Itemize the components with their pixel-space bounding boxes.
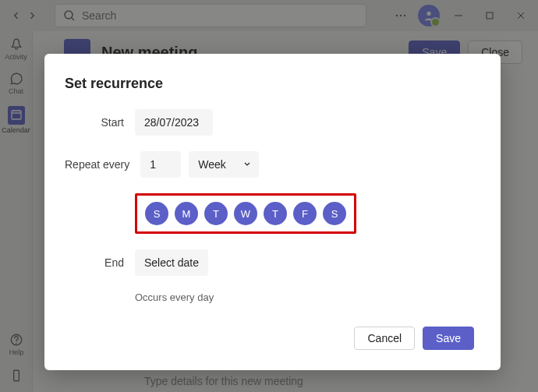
modal-footer: Cancel Save bbox=[65, 327, 474, 350]
start-date-field[interactable]: 28/07/2023 bbox=[135, 109, 213, 136]
cancel-button[interactable]: Cancel bbox=[354, 327, 415, 350]
save-button[interactable]: Save bbox=[423, 327, 474, 350]
end-row: End Select date bbox=[65, 249, 474, 276]
recurrence-modal: Set recurrence Start 28/07/2023 Repeat e… bbox=[44, 54, 501, 370]
day-tuesday[interactable]: T bbox=[204, 202, 228, 225]
repeat-unit-dropdown[interactable]: Week bbox=[189, 151, 259, 178]
day-thursday[interactable]: T bbox=[264, 202, 287, 225]
day-friday[interactable]: F bbox=[293, 202, 317, 225]
day-monday[interactable]: M bbox=[175, 202, 198, 225]
start-label: Start bbox=[65, 116, 135, 129]
start-date-value: 28/07/2023 bbox=[144, 116, 199, 129]
day-wednesday[interactable]: W bbox=[234, 202, 257, 225]
day-sunday[interactable]: S bbox=[145, 202, 168, 225]
repeat-row: Repeat every 1 Week bbox=[65, 151, 474, 178]
repeat-label: Repeat every bbox=[65, 158, 140, 171]
modal-title: Set recurrence bbox=[65, 76, 474, 92]
end-label: End bbox=[65, 256, 135, 269]
repeat-interval-input[interactable]: 1 bbox=[140, 151, 181, 178]
app-root: Activity Chat Calendar Help New meeting … bbox=[0, 0, 538, 392]
start-row: Start 28/07/2023 bbox=[65, 109, 474, 136]
repeat-interval-value: 1 bbox=[150, 158, 156, 171]
days-of-week: S M T W T F S bbox=[135, 193, 356, 234]
repeat-unit-value: Week bbox=[198, 158, 226, 171]
end-date-value: Select date bbox=[144, 256, 199, 269]
end-date-field[interactable]: Select date bbox=[135, 249, 208, 276]
chevron-down-icon bbox=[243, 161, 251, 168]
recurrence-summary: Occurs every day bbox=[135, 291, 474, 303]
day-saturday[interactable]: S bbox=[323, 202, 346, 225]
